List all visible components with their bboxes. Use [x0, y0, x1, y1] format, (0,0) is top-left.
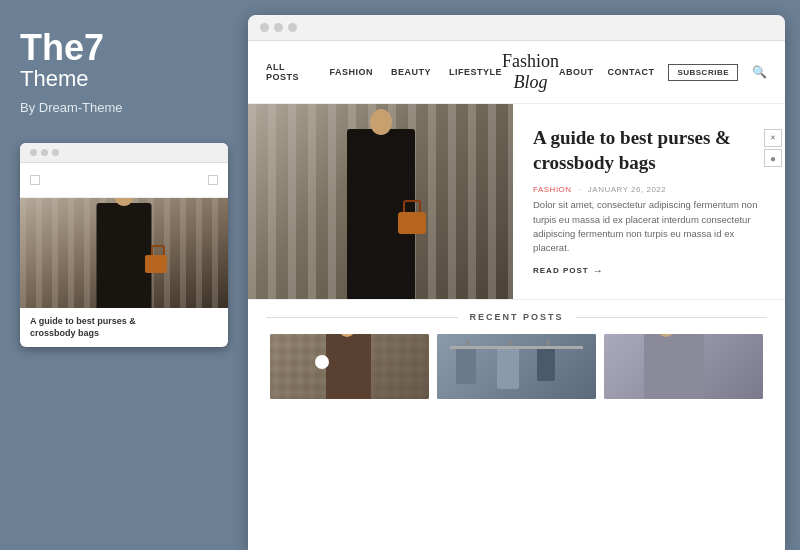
recent-card-1[interactable] [270, 334, 429, 399]
hero-title: A guide to best purses & crossbody bags [533, 126, 765, 175]
search-icon[interactable]: 🔍 [752, 65, 767, 80]
hero-image [248, 104, 513, 299]
hero-meta-sep: · [578, 185, 581, 194]
nav-links-right: ABOUT CONTACT SUBSCRIBE 🔍 [559, 64, 767, 81]
mini-checkbox-right [208, 175, 218, 185]
recent-posts-header: RECENT POSTS [248, 300, 785, 334]
hero-text-content: A guide to best purses & crossbody bags … [513, 104, 785, 299]
read-post-label: READ POST [533, 266, 589, 275]
circle-icon[interactable]: ● [764, 149, 782, 167]
browser-dot-2 [274, 23, 283, 32]
resize-icon[interactable]: ✕ [764, 129, 782, 147]
nav-about[interactable]: ABOUT [559, 67, 594, 77]
recent-card-image-2 [437, 334, 596, 399]
recent-line-right [576, 317, 768, 318]
nav-contact[interactable]: CONTACT [608, 67, 655, 77]
theme-name: The7 [20, 30, 228, 66]
browser-toolbar [248, 15, 785, 41]
recent-card-image-3 [604, 334, 763, 399]
mini-dot-3 [52, 149, 59, 156]
hero-excerpt: Dolor sit amet, consectetur adipiscing f… [533, 198, 765, 255]
blog-nav: ALL POSTS FASHION BEAUTY LIFESTYLE Fashi… [248, 41, 785, 104]
mini-dot-2 [41, 149, 48, 156]
mini-browser-preview: FashionBlog A guide to best purses & cro… [20, 143, 228, 347]
arrow-icon: → [593, 265, 604, 276]
subscribe-button[interactable]: SUBSCRIBE [668, 64, 738, 81]
hero-meta: FASHION · JANUARY 26, 2022 [533, 185, 765, 194]
blog-content-area: ALL POSTS FASHION BEAUTY LIFESTYLE Fashi… [248, 41, 785, 550]
recent-posts-label: RECENT POSTS [458, 312, 576, 322]
browser-dot-1 [260, 23, 269, 32]
read-post-link[interactable]: READ POST → [533, 265, 765, 276]
mini-caption: A guide to best purses & crossbody bags [20, 308, 228, 347]
browser-dot-3 [288, 23, 297, 32]
mini-browser-bar [20, 143, 228, 163]
by-line: By Dream-Theme [20, 100, 228, 115]
theme-sub: Theme [20, 66, 228, 92]
nav-lifestyle[interactable]: LIFESTYLE [449, 67, 502, 77]
hero-category: FASHION [533, 185, 572, 194]
mini-hero-image [20, 198, 228, 308]
left-sidebar: The7 Theme By Dream-Theme FashionBlog [0, 0, 248, 550]
nav-all-posts[interactable]: ALL POSTS [266, 62, 311, 82]
blog-logo[interactable]: FashionBlog [502, 51, 559, 93]
nav-links-left: ALL POSTS FASHION BEAUTY LIFESTYLE [266, 62, 502, 82]
recent-posts-grid [248, 334, 785, 399]
recent-card-3[interactable] [604, 334, 763, 399]
recent-card-image-1 [270, 334, 429, 399]
nav-beauty[interactable]: BEAUTY [391, 67, 431, 77]
hero-section: A guide to best purses & crossbody bags … [248, 104, 785, 300]
hero-date: JANUARY 26, 2022 [588, 185, 666, 194]
mini-nav: FashionBlog [20, 163, 228, 198]
nav-fashion[interactable]: FASHION [329, 67, 373, 77]
browser-window: ALL POSTS FASHION BEAUTY LIFESTYLE Fashi… [248, 15, 785, 550]
float-icons: ✕ ● [764, 129, 782, 167]
mini-checkbox-left [30, 175, 40, 185]
recent-card-2[interactable] [437, 334, 596, 399]
mini-dot-1 [30, 149, 37, 156]
recent-line-left [266, 317, 458, 318]
mini-logo: FashionBlog [108, 169, 140, 191]
